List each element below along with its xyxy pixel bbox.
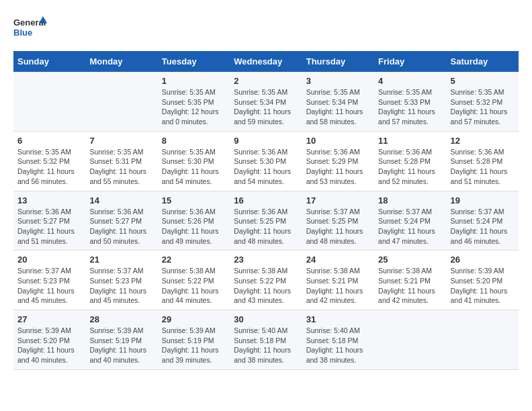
- calendar-header-row: SundayMondayTuesdayWednesdayThursdayFrid…: [13, 51, 519, 72]
- calendar-cell: 8Sunrise: 5:35 AM Sunset: 5:30 PM Daylig…: [158, 131, 230, 191]
- day-info: Sunrise: 5:35 AM Sunset: 5:30 PM Dayligh…: [162, 147, 226, 187]
- day-number: 15: [162, 195, 226, 205]
- calendar-cell: 26Sunrise: 5:39 AM Sunset: 5:20 PM Dayli…: [447, 250, 519, 310]
- day-number: 14: [89, 195, 153, 205]
- calendar-cell: 18Sunrise: 5:37 AM Sunset: 5:24 PM Dayli…: [374, 191, 446, 250]
- calendar-cell: 17Sunrise: 5:37 AM Sunset: 5:25 PM Dayli…: [302, 191, 374, 250]
- calendar-table: SundayMondayTuesdayWednesdayThursdayFrid…: [13, 51, 519, 370]
- calendar-cell: 3Sunrise: 5:35 AM Sunset: 5:34 PM Daylig…: [302, 72, 374, 131]
- calendar-cell: [374, 310, 446, 370]
- day-info: Sunrise: 5:36 AM Sunset: 5:30 PM Dayligh…: [234, 147, 298, 187]
- calendar-cell: [447, 310, 519, 370]
- day-info: Sunrise: 5:35 AM Sunset: 5:34 PM Dayligh…: [234, 87, 298, 127]
- day-number: 4: [378, 76, 442, 86]
- day-info: Sunrise: 5:36 AM Sunset: 5:27 PM Dayligh…: [17, 207, 81, 246]
- calendar-cell: [85, 72, 157, 131]
- day-number: 28: [89, 314, 153, 324]
- day-number: 5: [451, 76, 515, 86]
- day-number: 31: [306, 314, 370, 324]
- calendar-week-row: 1Sunrise: 5:35 AM Sunset: 5:35 PM Daylig…: [13, 72, 519, 131]
- calendar-cell: 23Sunrise: 5:38 AM Sunset: 5:22 PM Dayli…: [230, 250, 302, 310]
- calendar-cell: 7Sunrise: 5:35 AM Sunset: 5:31 PM Daylig…: [85, 131, 157, 191]
- calendar-cell: 16Sunrise: 5:36 AM Sunset: 5:25 PM Dayli…: [230, 191, 302, 250]
- calendar-cell: 22Sunrise: 5:38 AM Sunset: 5:22 PM Dayli…: [158, 250, 230, 310]
- day-info: Sunrise: 5:39 AM Sunset: 5:19 PM Dayligh…: [162, 326, 226, 365]
- calendar-cell: 4Sunrise: 5:35 AM Sunset: 5:33 PM Daylig…: [374, 72, 446, 131]
- day-info: Sunrise: 5:38 AM Sunset: 5:22 PM Dayligh…: [234, 266, 298, 306]
- col-header-sunday: Sunday: [13, 51, 85, 72]
- calendar-cell: 10Sunrise: 5:36 AM Sunset: 5:29 PM Dayli…: [302, 131, 374, 191]
- day-info: Sunrise: 5:39 AM Sunset: 5:19 PM Dayligh…: [89, 326, 153, 365]
- day-info: Sunrise: 5:35 AM Sunset: 5:32 PM Dayligh…: [451, 87, 515, 127]
- calendar-cell: 27Sunrise: 5:39 AM Sunset: 5:20 PM Dayli…: [13, 310, 85, 370]
- logo: General Blue: [13, 13, 47, 40]
- day-number: 26: [451, 255, 515, 265]
- calendar-cell: 13Sunrise: 5:36 AM Sunset: 5:27 PM Dayli…: [13, 191, 85, 250]
- day-number: 10: [306, 136, 370, 146]
- calendar-cell: 25Sunrise: 5:38 AM Sunset: 5:21 PM Dayli…: [374, 250, 446, 310]
- day-info: Sunrise: 5:39 AM Sunset: 5:20 PM Dayligh…: [451, 266, 515, 306]
- day-info: Sunrise: 5:36 AM Sunset: 5:27 PM Dayligh…: [89, 207, 153, 246]
- day-number: 16: [234, 195, 298, 205]
- day-info: Sunrise: 5:37 AM Sunset: 5:24 PM Dayligh…: [451, 207, 515, 246]
- calendar-cell: 14Sunrise: 5:36 AM Sunset: 5:27 PM Dayli…: [85, 191, 157, 250]
- calendar-week-row: 6Sunrise: 5:35 AM Sunset: 5:32 PM Daylig…: [13, 131, 519, 191]
- day-number: 27: [17, 314, 81, 324]
- day-info: Sunrise: 5:36 AM Sunset: 5:25 PM Dayligh…: [234, 207, 298, 246]
- day-info: Sunrise: 5:37 AM Sunset: 5:24 PM Dayligh…: [378, 207, 442, 246]
- page-header: General Blue: [13, 13, 519, 40]
- day-number: 25: [378, 255, 442, 265]
- calendar-week-row: 13Sunrise: 5:36 AM Sunset: 5:27 PM Dayli…: [13, 191, 519, 250]
- calendar-cell: 29Sunrise: 5:39 AM Sunset: 5:19 PM Dayli…: [158, 310, 230, 370]
- day-number: 6: [17, 136, 81, 146]
- calendar-cell: 5Sunrise: 5:35 AM Sunset: 5:32 PM Daylig…: [447, 72, 519, 131]
- svg-text:Blue: Blue: [13, 28, 32, 38]
- day-info: Sunrise: 5:38 AM Sunset: 5:22 PM Dayligh…: [162, 266, 226, 306]
- day-number: 21: [89, 255, 153, 265]
- calendar-cell: 9Sunrise: 5:36 AM Sunset: 5:30 PM Daylig…: [230, 131, 302, 191]
- day-number: 9: [234, 136, 298, 146]
- day-info: Sunrise: 5:35 AM Sunset: 5:34 PM Dayligh…: [306, 87, 370, 127]
- calendar-cell: 21Sunrise: 5:37 AM Sunset: 5:23 PM Dayli…: [85, 250, 157, 310]
- calendar-week-row: 20Sunrise: 5:37 AM Sunset: 5:23 PM Dayli…: [13, 250, 519, 310]
- col-header-saturday: Saturday: [447, 51, 519, 72]
- calendar-cell: 2Sunrise: 5:35 AM Sunset: 5:34 PM Daylig…: [230, 72, 302, 131]
- calendar-cell: 28Sunrise: 5:39 AM Sunset: 5:19 PM Dayli…: [85, 310, 157, 370]
- day-number: 18: [378, 195, 442, 205]
- calendar-cell: 12Sunrise: 5:36 AM Sunset: 5:28 PM Dayli…: [447, 131, 519, 191]
- day-info: Sunrise: 5:40 AM Sunset: 5:18 PM Dayligh…: [234, 326, 298, 365]
- logo-svg: General Blue: [13, 13, 47, 40]
- day-number: 17: [306, 195, 370, 205]
- day-number: 30: [234, 314, 298, 324]
- calendar-cell: [13, 72, 85, 131]
- col-header-friday: Friday: [374, 51, 446, 72]
- day-info: Sunrise: 5:36 AM Sunset: 5:29 PM Dayligh…: [306, 147, 370, 187]
- day-number: 3: [306, 76, 370, 86]
- calendar-cell: 19Sunrise: 5:37 AM Sunset: 5:24 PM Dayli…: [447, 191, 519, 250]
- day-info: Sunrise: 5:36 AM Sunset: 5:28 PM Dayligh…: [378, 147, 442, 187]
- day-info: Sunrise: 5:35 AM Sunset: 5:33 PM Dayligh…: [378, 87, 442, 127]
- day-number: 2: [234, 76, 298, 86]
- col-header-wednesday: Wednesday: [230, 51, 302, 72]
- day-number: 11: [378, 136, 442, 146]
- calendar-cell: 31Sunrise: 5:40 AM Sunset: 5:18 PM Dayli…: [302, 310, 374, 370]
- calendar-cell: 30Sunrise: 5:40 AM Sunset: 5:18 PM Dayli…: [230, 310, 302, 370]
- calendar-cell: 1Sunrise: 5:35 AM Sunset: 5:35 PM Daylig…: [158, 72, 230, 131]
- day-info: Sunrise: 5:37 AM Sunset: 5:23 PM Dayligh…: [89, 266, 153, 306]
- day-number: 1: [162, 76, 226, 86]
- day-info: Sunrise: 5:35 AM Sunset: 5:35 PM Dayligh…: [162, 87, 226, 127]
- calendar-week-row: 27Sunrise: 5:39 AM Sunset: 5:20 PM Dayli…: [13, 310, 519, 370]
- day-info: Sunrise: 5:37 AM Sunset: 5:23 PM Dayligh…: [17, 266, 81, 306]
- calendar-cell: 24Sunrise: 5:38 AM Sunset: 5:21 PM Dayli…: [302, 250, 374, 310]
- day-info: Sunrise: 5:36 AM Sunset: 5:28 PM Dayligh…: [451, 147, 515, 187]
- day-info: Sunrise: 5:39 AM Sunset: 5:20 PM Dayligh…: [17, 326, 81, 365]
- day-info: Sunrise: 5:35 AM Sunset: 5:32 PM Dayligh…: [17, 147, 81, 187]
- day-info: Sunrise: 5:40 AM Sunset: 5:18 PM Dayligh…: [306, 326, 370, 365]
- day-number: 20: [17, 255, 81, 265]
- day-number: 13: [17, 195, 81, 205]
- col-header-monday: Monday: [85, 51, 157, 72]
- day-number: 23: [234, 255, 298, 265]
- col-header-thursday: Thursday: [302, 51, 374, 72]
- day-info: Sunrise: 5:38 AM Sunset: 5:21 PM Dayligh…: [378, 266, 442, 306]
- day-number: 22: [162, 255, 226, 265]
